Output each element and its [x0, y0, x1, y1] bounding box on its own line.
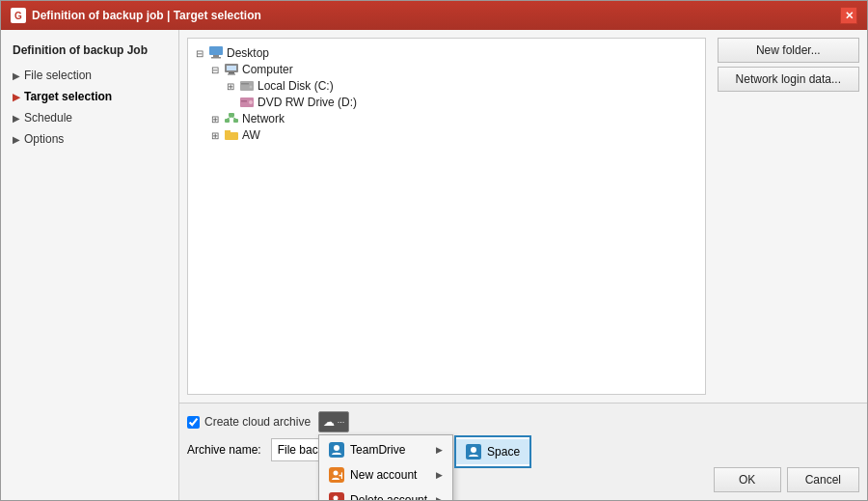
delete-account-icon — [329, 492, 344, 500]
svg-rect-0 — [209, 46, 223, 55]
svg-point-24 — [334, 496, 339, 501]
new-account-menu-item[interactable]: + New account ▶ — [319, 462, 452, 487]
svg-point-20 — [334, 445, 339, 451]
tree-node-label: Network — [242, 112, 285, 125]
svg-rect-14 — [225, 119, 230, 123]
panel-buttons: New folder... Network login data... — [714, 30, 867, 403]
space-submenu: Space — [454, 435, 531, 468]
tree-node-label: Desktop — [227, 46, 269, 60]
drive-icon — [239, 79, 255, 93]
svg-rect-8 — [241, 83, 249, 85]
tree-node-aw: ⊞ AW — [209, 127, 699, 143]
sidebar-item-target-selection[interactable]: ▶ Target selection — [1, 86, 178, 107]
svg-rect-4 — [227, 66, 236, 70]
svg-rect-2 — [211, 57, 221, 59]
sidebar-item-label: Schedule — [24, 111, 72, 125]
sidebar-title: Definition of backup Job — [1, 40, 178, 65]
main-window: G Definition of backup job | Target sele… — [0, 0, 868, 501]
file-tree[interactable]: ⊟ Desktop ⊟ — [187, 38, 706, 395]
space-label: Space — [487, 445, 520, 459]
svg-rect-15 — [233, 119, 238, 123]
tree-node-label: DVD RW Drive (D:) — [258, 96, 357, 109]
svg-point-9 — [250, 86, 253, 89]
tree-node-label: AW — [242, 128, 260, 142]
tree-section: ⊟ Desktop ⊟ — [179, 30, 867, 403]
space-menu-item[interactable]: Space — [456, 439, 529, 464]
cloud-dropdown-button[interactable]: ☁ ··· — [318, 411, 349, 432]
network-icon — [224, 112, 239, 125]
bottom-section: Create cloud archive ☁ ··· — [179, 403, 867, 500]
right-panel: ⊟ Desktop ⊟ — [179, 30, 867, 500]
svg-point-12 — [249, 100, 253, 104]
main-content: Definition of backup Job ▶ File selectio… — [1, 30, 867, 500]
close-button[interactable]: ✕ — [840, 7, 857, 24]
svg-line-17 — [231, 117, 236, 119]
tree-node-computer: ⊟ Computer — [209, 62, 699, 110]
titlebar-left: G Definition of backup job | Target sele… — [11, 8, 261, 23]
tree-node-network: ⊞ Network — [209, 111, 699, 126]
create-cloud-checkbox[interactable] — [187, 416, 200, 429]
svg-line-16 — [228, 117, 232, 119]
expand-icon: ⊟ — [209, 65, 221, 75]
dvd-icon — [239, 96, 255, 109]
sidebar-item-label: File selection — [24, 69, 92, 82]
sidebar-item-label: Target selection — [24, 90, 112, 103]
delete-account-label: Delete account — [350, 493, 427, 500]
svg-point-22 — [334, 471, 339, 476]
titlebar: G Definition of backup job | Target sele… — [1, 1, 867, 30]
teamdrive-menu-item[interactable]: TeamDrive ▶ Space — [319, 437, 452, 462]
space-icon — [466, 444, 481, 459]
cloud-row: Create cloud archive ☁ ··· — [187, 411, 859, 432]
expand-icon: ⊟ — [194, 48, 205, 59]
teamdrive-icon — [329, 442, 344, 458]
svg-rect-13 — [229, 113, 234, 117]
svg-rect-11 — [241, 100, 247, 102]
tree-node-label: Local Disk (C:) — [258, 79, 334, 93]
cloud-context-menu: TeamDrive ▶ Space — [318, 434, 453, 500]
dialog-buttons-row: OK Cancel — [187, 467, 859, 492]
submenu-arrow-icon: ▶ — [436, 495, 443, 500]
expand-icon: ⊞ — [209, 130, 221, 141]
arrow-icon: ▶ — [13, 92, 20, 102]
sidebar-item-options[interactable]: ▶ Options — [1, 128, 178, 150]
sidebar-item-file-selection[interactable]: ▶ File selection — [1, 65, 178, 86]
svg-rect-19 — [225, 130, 231, 133]
submenu-arrow-icon: ▶ — [436, 445, 443, 455]
delete-account-menu-item[interactable]: Delete account ▶ — [319, 487, 452, 500]
window-title: Definition of backup job | Target select… — [32, 9, 261, 22]
svg-point-21 — [471, 447, 476, 453]
archive-name-label: Archive name: — [187, 443, 261, 457]
new-account-icon: + — [329, 467, 344, 483]
sidebar-item-schedule[interactable]: ▶ Schedule — [1, 107, 178, 128]
cancel-button[interactable]: Cancel — [787, 467, 859, 492]
svg-text:+: + — [339, 469, 342, 481]
cloud-icon: ☁ — [323, 415, 335, 429]
new-account-label: New account — [350, 468, 417, 482]
dots-icon: ··· — [338, 417, 345, 427]
svg-rect-6 — [228, 74, 235, 75]
app-logo: G — [11, 8, 26, 23]
arrow-icon: ▶ — [13, 113, 20, 124]
computer-icon — [224, 63, 239, 76]
folder-icon — [224, 128, 239, 142]
desktop-icon — [208, 46, 224, 60]
create-cloud-label[interactable]: Create cloud archive — [187, 415, 311, 429]
svg-rect-18 — [225, 132, 238, 140]
sidebar-item-label: Options — [24, 132, 64, 146]
network-login-button[interactable]: Network login data... — [718, 67, 859, 92]
arrow-icon: ▶ — [13, 70, 20, 81]
ok-button[interactable]: OK — [714, 467, 781, 492]
expand-icon: ⊞ — [225, 81, 236, 92]
tree-node-dvd-drive: DVD RW Drive (D:) — [225, 95, 699, 110]
arrow-icon: ▶ — [13, 134, 20, 145]
teamdrive-label: TeamDrive — [350, 443, 405, 457]
new-folder-button[interactable]: New folder... — [718, 38, 859, 63]
sidebar: Definition of backup Job ▶ File selectio… — [1, 30, 179, 500]
tree-node-label: Computer — [242, 63, 293, 76]
tree-node-local-disk: ⊞ Local Disk (C:) — [225, 78, 699, 94]
svg-rect-5 — [229, 72, 234, 74]
submenu-arrow-icon: ▶ — [436, 470, 443, 480]
svg-rect-1 — [213, 55, 219, 57]
expand-icon: ⊞ — [209, 114, 221, 125]
tree-node-desktop: ⊟ Desktop ⊟ — [194, 45, 699, 143]
